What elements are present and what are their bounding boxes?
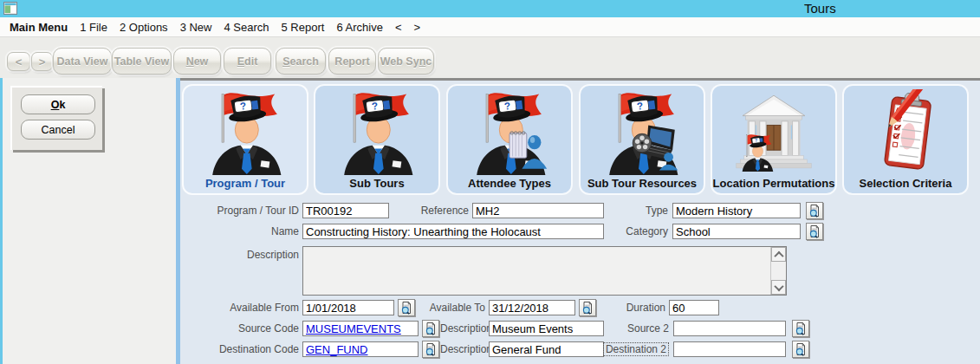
program-tour-id-input[interactable] (302, 203, 389, 218)
window-icon (3, 2, 17, 15)
name-input[interactable] (302, 224, 604, 239)
type-input[interactable] (672, 203, 801, 218)
destination-code-label: Destination Code (169, 341, 299, 357)
web-sync-button[interactable]: Web Sync (378, 48, 434, 75)
program-tour-id-label: Program / Tour ID (169, 203, 299, 218)
tab-label: Location Permutations (713, 177, 835, 190)
doc-magnifier-icon (794, 342, 808, 356)
tour-guide-flag-icon (206, 89, 284, 175)
window-title: Tours (804, 1, 836, 16)
ok-button[interactable]: Ok (21, 94, 95, 114)
tab-sub-tour-resources[interactable]: Sub Tour Resources (579, 84, 705, 195)
left-panel: Ok Cancel (3, 78, 176, 364)
destination2-lookup-button[interactable] (792, 341, 809, 358)
source2-input[interactable] (673, 321, 786, 336)
menu-archive[interactable]: 6 Archive (330, 21, 388, 34)
type-label: Type (599, 203, 668, 218)
reference-input[interactable] (472, 203, 604, 218)
tab-label: Selection Criteria (860, 177, 952, 190)
titlebar: Tours (0, 0, 980, 17)
tour-guide-notepad-person-icon (471, 89, 548, 175)
tours-window: Tours Main Menu 1 File 2 Options 3 New 4… (0, 0, 980, 364)
menu-options[interactable]: 2 Options (114, 21, 174, 34)
tour-guide-flag-icon (338, 89, 416, 175)
edit-button[interactable]: Edit (224, 48, 271, 75)
source-code-input[interactable] (302, 321, 419, 336)
tab-sub-tours[interactable]: Sub Tours (314, 84, 440, 195)
destination-code-input[interactable] (302, 341, 419, 357)
source-description-label: Description (440, 321, 485, 336)
doc-magnifier-icon (794, 322, 808, 335)
back-arrow-icon: < (16, 55, 23, 68)
tab-selection-criteria[interactable]: Selection Criteria (842, 84, 969, 195)
description-box (302, 246, 787, 296)
doc-magnifier-icon (424, 322, 438, 335)
doc-magnifier-icon (424, 342, 438, 356)
doc-magnifier-icon (581, 301, 594, 315)
tab-location-permutations[interactable]: Location Permutations (711, 84, 837, 195)
menubar: Main Menu 1 File 2 Options 3 New 4 Searc… (0, 17, 980, 37)
duration-label: Duration (596, 300, 665, 315)
description-textarea[interactable] (303, 247, 775, 298)
available-to-label: Available To (399, 300, 485, 315)
description-label: Description (169, 247, 299, 263)
menu-main-menu[interactable]: Main Menu (3, 21, 74, 34)
ok-cancel-box: Ok Cancel (10, 86, 102, 150)
nav-forward-button[interactable]: > (31, 52, 53, 71)
menu-report[interactable]: 5 Report (276, 21, 331, 34)
destination-description-label: Description (440, 341, 485, 357)
tab-label: Attendee Types (468, 177, 551, 190)
name-label: Name (169, 224, 299, 239)
menu-next[interactable]: > (407, 21, 426, 34)
scroll-up-button[interactable] (771, 247, 786, 262)
duration-input[interactable] (669, 300, 719, 315)
source-description-input[interactable] (489, 321, 604, 336)
report-button[interactable]: Report (328, 48, 376, 75)
doc-magnifier-icon (808, 224, 821, 238)
tab-attendee-types[interactable]: Attendee Types (446, 84, 573, 195)
source-code-lookup-button[interactable] (422, 320, 439, 337)
category-label: Category (599, 224, 668, 239)
tab-label: Sub Tour Resources (587, 177, 697, 190)
reference-label: Reference (382, 203, 469, 218)
search-button[interactable]: Search (276, 48, 326, 75)
source2-label: Source 2 (600, 321, 669, 336)
data-view-button[interactable]: Data View (53, 48, 112, 75)
destination-code-lookup-button[interactable] (422, 341, 439, 358)
type-lookup-button[interactable] (806, 202, 823, 219)
tour-guide-projector-laptop-icon (603, 89, 681, 175)
museum-building-guide-icon (735, 89, 813, 175)
chevron-down-icon (774, 281, 783, 290)
available-from-label: Available From (169, 300, 299, 315)
available-to-input[interactable] (489, 300, 575, 315)
category-input[interactable] (672, 224, 801, 239)
menu-file[interactable]: 1 File (74, 21, 114, 34)
cancel-button[interactable]: Cancel (21, 120, 95, 140)
scroll-down-button[interactable] (771, 280, 786, 295)
toolbar: < > Data View Table View New Edit Search… (0, 37, 980, 81)
menu-prev[interactable]: < (389, 21, 408, 34)
menu-new[interactable]: 3 New (174, 21, 218, 34)
available-to-lookup-button[interactable] (579, 299, 596, 316)
tab-label: Sub Tours (349, 177, 404, 190)
description-scrollbar[interactable] (770, 247, 786, 295)
chevron-up-icon (774, 250, 783, 260)
clipboard-checklist-pencil-icon (866, 89, 944, 175)
tab-program-tour[interactable]: Program / Tour (182, 84, 308, 195)
destination2-label: Destination 2 (582, 341, 669, 357)
nav-back-button[interactable]: < (7, 52, 30, 71)
available-from-input[interactable] (302, 300, 394, 315)
new-button[interactable]: New (173, 48, 221, 75)
doc-magnifier-icon (808, 204, 821, 218)
table-view-button[interactable]: Table View (112, 48, 172, 75)
menu-search[interactable]: 4 Search (217, 21, 275, 34)
forward-arrow-icon: > (39, 55, 46, 68)
destination2-input[interactable] (673, 341, 786, 357)
source2-lookup-button[interactable] (792, 320, 809, 337)
source-code-label: Source Code (169, 321, 299, 336)
category-lookup-button[interactable] (806, 223, 823, 240)
tab-label: Program / Tour (205, 177, 285, 190)
